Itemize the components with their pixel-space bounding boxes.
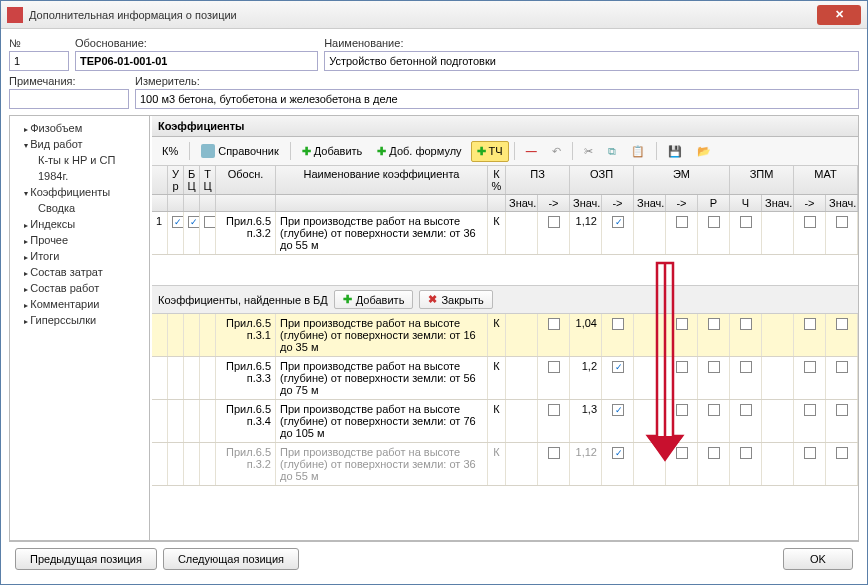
checkbox[interactable] — [548, 447, 560, 459]
plus-icon: ✚ — [343, 293, 352, 306]
checkbox[interactable] — [836, 404, 848, 416]
sidebar-item[interactable]: Состав затрат — [14, 264, 145, 280]
sidebar-item[interactable]: Гиперссылки — [14, 312, 145, 328]
checkbox[interactable] — [676, 404, 688, 416]
minus-icon: — — [526, 145, 537, 157]
app-icon — [7, 7, 23, 23]
checkbox[interactable] — [804, 404, 816, 416]
no-input[interactable] — [9, 51, 69, 71]
found-header: Коэффициенты, найденные в БД ✚Добавить ✖… — [152, 285, 858, 314]
sidebar-item[interactable]: Итоги — [14, 248, 145, 264]
sidebar-item[interactable]: Состав работ — [14, 280, 145, 296]
checkbox[interactable] — [836, 216, 848, 228]
checkbox[interactable] — [836, 361, 848, 373]
reference-button[interactable]: Справочник — [195, 140, 285, 162]
notes-label: Примечания: — [9, 75, 129, 87]
checkbox[interactable] — [612, 404, 624, 416]
found-close-button[interactable]: ✖Закрыть — [419, 290, 492, 309]
checkbox[interactable] — [740, 447, 752, 459]
checkbox[interactable] — [204, 216, 216, 228]
copy-button[interactable]: ⧉ — [602, 141, 622, 162]
table-row[interactable]: Прил.6.5 п.3.3При производстве работ на … — [152, 357, 858, 400]
delete-button[interactable]: — — [520, 141, 543, 161]
table-row[interactable]: Прил.6.5 п.3.1При производстве работ на … — [152, 314, 858, 357]
checkbox[interactable] — [676, 361, 688, 373]
plus-icon: ✚ — [302, 145, 311, 158]
ok-button[interactable]: OK — [783, 548, 853, 570]
found-title: Коэффициенты, найденные в БД — [158, 294, 328, 306]
prev-button[interactable]: Предыдущая позиция — [15, 548, 157, 570]
titlebar: Дополнительная информация о позиции ✕ — [1, 1, 867, 29]
cut-button[interactable]: ✂ — [578, 141, 599, 162]
close-button[interactable]: ✕ — [817, 5, 861, 25]
checkbox[interactable] — [612, 361, 624, 373]
checkbox[interactable] — [740, 216, 752, 228]
tc-button[interactable]: ✚ТЧ — [471, 141, 509, 162]
footer: Предыдущая позиция Следующая позиция OK — [9, 541, 859, 576]
unit-input[interactable] — [135, 89, 859, 109]
checkbox[interactable] — [740, 404, 752, 416]
sidebar-item[interactable]: Комментарии — [14, 296, 145, 312]
checkbox[interactable] — [548, 404, 560, 416]
sidebar-item[interactable]: 1984г. — [14, 168, 145, 184]
found-grid: Прил.6.5 п.3.1При производстве работ на … — [152, 314, 858, 486]
save-button[interactable]: 💾 — [662, 141, 688, 162]
found-add-button[interactable]: ✚Добавить — [334, 290, 414, 309]
name-input[interactable] — [324, 51, 859, 71]
sidebar-item[interactable]: Коэффициенты — [14, 184, 145, 200]
no-label: № — [9, 37, 69, 49]
checkbox[interactable] — [836, 318, 848, 330]
checkbox[interactable] — [548, 216, 560, 228]
open-button[interactable]: 📂 — [691, 141, 717, 162]
checkbox[interactable] — [804, 216, 816, 228]
checkbox[interactable] — [612, 447, 624, 459]
paste-button[interactable]: 📋 — [625, 141, 651, 162]
checkbox[interactable] — [172, 216, 184, 228]
checkbox[interactable] — [708, 447, 720, 459]
table-row[interactable]: Прил.6.5 п.3.2При производстве работ на … — [152, 443, 858, 486]
checkbox[interactable] — [188, 216, 200, 228]
checkbox[interactable] — [708, 404, 720, 416]
checkbox[interactable] — [612, 318, 624, 330]
sidebar-item[interactable]: К-ты к НР и СП — [14, 152, 145, 168]
checkbox[interactable] — [708, 216, 720, 228]
sidebar-item[interactable]: Вид работ — [14, 136, 145, 152]
checkbox[interactable] — [548, 318, 560, 330]
sidebar-item[interactable]: Индексы — [14, 216, 145, 232]
checkbox[interactable] — [548, 361, 560, 373]
checkbox[interactable] — [804, 447, 816, 459]
sidebar-item[interactable]: Прочее — [14, 232, 145, 248]
sidebar-item[interactable]: Сводка — [14, 200, 145, 216]
checkbox[interactable] — [836, 447, 848, 459]
undo-button[interactable]: ↶ — [546, 141, 567, 162]
table-row[interactable]: 1Прил.6.5 п.3.2При производстве работ на… — [152, 212, 858, 255]
checkbox[interactable] — [612, 216, 624, 228]
coeff-toolbar: К% Справочник ✚Добавить ✚Доб. формулу ✚Т… — [152, 137, 858, 166]
checkbox[interactable] — [804, 361, 816, 373]
checkbox[interactable] — [676, 447, 688, 459]
name-label: Наименование: — [324, 37, 859, 49]
plus-icon: ✚ — [377, 145, 386, 158]
basis-label: Обоснование: — [75, 37, 318, 49]
checkbox[interactable] — [676, 318, 688, 330]
window-title: Дополнительная информация о позиции — [29, 9, 817, 21]
add-formula-button[interactable]: ✚Доб. формулу — [371, 141, 467, 162]
add-button[interactable]: ✚Добавить — [296, 141, 369, 162]
close-icon: ✖ — [428, 293, 437, 306]
checkbox[interactable] — [708, 361, 720, 373]
checkbox[interactable] — [676, 216, 688, 228]
sidebar-item[interactable]: Физобъем — [14, 120, 145, 136]
table-row[interactable]: Прил.6.5 п.3.4При производстве работ на … — [152, 400, 858, 443]
checkbox[interactable] — [708, 318, 720, 330]
next-button[interactable]: Следующая позиция — [163, 548, 299, 570]
coeff-header: Коэффициенты — [152, 116, 858, 137]
kpct-button[interactable]: К% — [156, 141, 184, 161]
checkbox[interactable] — [740, 318, 752, 330]
book-icon — [201, 144, 215, 158]
basis-input[interactable] — [75, 51, 318, 71]
plus-icon: ✚ — [477, 145, 486, 158]
checkbox[interactable] — [740, 361, 752, 373]
notes-input[interactable] — [9, 89, 129, 109]
checkbox[interactable] — [804, 318, 816, 330]
sidebar: ФизобъемВид работК-ты к НР и СП1984г.Коэ… — [10, 116, 150, 540]
